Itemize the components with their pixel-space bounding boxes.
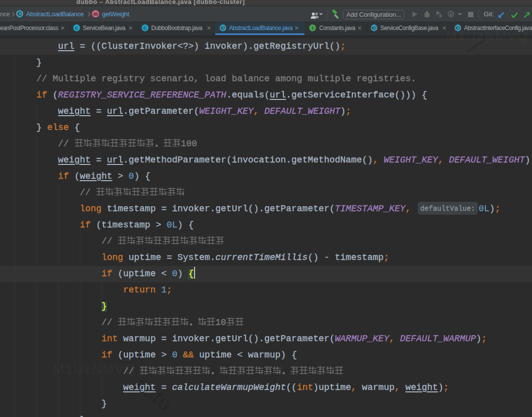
svg-text:C: C <box>372 26 376 31</box>
svg-text:C: C <box>18 11 21 17</box>
svg-text:C: C <box>221 26 225 31</box>
svg-text:C: C <box>143 26 147 31</box>
svg-text:C: C <box>75 26 78 31</box>
svg-text:I: I <box>312 26 313 31</box>
svg-text:m: m <box>94 11 98 17</box>
